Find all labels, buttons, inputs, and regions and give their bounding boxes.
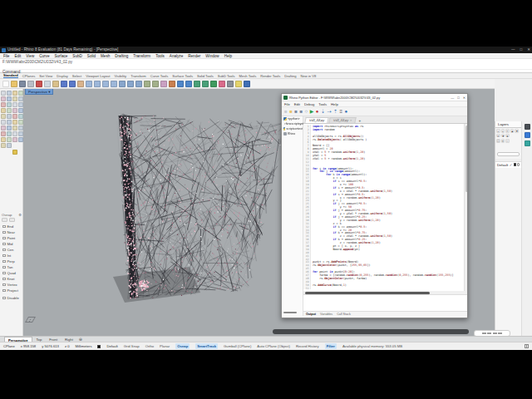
- editor-menu-tools[interactable]: Tools: [318, 102, 327, 106]
- status-toggle-auto-cplane-object[interactable]: Auto CPlane (Object): [257, 344, 290, 348]
- step-out-icon[interactable]: ⇡: [333, 108, 337, 115]
- osnap-checkbox[interactable]: [2, 243, 6, 246]
- status-toggle-smarttrack[interactable]: SmartTrack: [195, 343, 218, 349]
- editor-menu-edit[interactable]: Edit: [294, 102, 300, 106]
- breakpoints-icon[interactable]: ≡: [339, 108, 342, 115]
- copy-icon[interactable]: [44, 81, 51, 87]
- editor-help-icon[interactable]: ●: [344, 108, 347, 115]
- layers-panel-tab[interactable]: Layers: [495, 121, 521, 128]
- editor-menu-debug[interactable]: Debug: [304, 102, 314, 106]
- step-into-icon[interactable]: ⇣: [321, 108, 325, 115]
- tool-icon[interactable]: [7, 126, 12, 131]
- light-icon[interactable]: [235, 81, 242, 87]
- toolbar-tab-visibility[interactable]: Visibility: [114, 74, 126, 78]
- help-globe-icon[interactable]: [244, 81, 250, 87]
- search-icon[interactable]: ○: [305, 108, 308, 115]
- tree-horizontal-scrollbar[interactable]: [283, 312, 297, 314]
- toolbar-tab-transform[interactable]: Transform: [131, 74, 146, 78]
- osnap-checkbox[interactable]: [2, 254, 6, 258]
- new-layer-icon[interactable]: +: [496, 129, 500, 133]
- menu-edit[interactable]: Edit: [14, 54, 21, 58]
- tool-icon[interactable]: [12, 137, 17, 142]
- tool-icon[interactable]: [12, 131, 17, 136]
- osnap-knot[interactable]: Knot: [0, 276, 23, 282]
- menu-mesh[interactable]: Mesh: [101, 54, 110, 58]
- selection-filter-icon[interactable]: [12, 150, 17, 155]
- pan-icon[interactable]: [77, 81, 84, 87]
- osnap-perp[interactable]: Perp: [0, 259, 23, 264]
- join-icon[interactable]: [160, 81, 167, 87]
- polyline-icon[interactable]: [185, 81, 192, 87]
- editor-control[interactable]: □: [457, 96, 459, 100]
- open-script-icon[interactable]: ■: [289, 108, 293, 115]
- editor-tab-v43-02-py[interactable]: V43_02.py: [304, 117, 329, 123]
- toolbar-tab-surface-tools[interactable]: Surface Tools: [172, 74, 193, 78]
- tool-icon[interactable]: [1, 102, 6, 107]
- disable-checkbox[interactable]: [2, 297, 6, 300]
- save-script-icon[interactable]: ■: [294, 108, 298, 115]
- render-icon[interactable]: [210, 81, 217, 87]
- osnap-point[interactable]: Point: [0, 235, 23, 241]
- new-file-icon[interactable]: [2, 81, 9, 87]
- match-layer-icon[interactable]: ≡: [496, 134, 500, 138]
- tool-icon[interactable]: [7, 96, 12, 101]
- tool-icon[interactable]: [7, 137, 12, 142]
- tool-icon[interactable]: [1, 143, 6, 148]
- tool-icon[interactable]: [1, 96, 6, 101]
- tab-close-icon[interactable]: ×: [350, 119, 352, 122]
- editor-control[interactable]: —: [451, 96, 454, 100]
- osnap-filter-button[interactable]: [9, 218, 15, 222]
- status-y[interactable]: y 5076.613: [42, 344, 59, 348]
- status-toggle-osnap[interactable]: Osnap: [175, 343, 190, 349]
- explode-icon[interactable]: [169, 81, 175, 87]
- window-control-[interactable]: —: [511, 47, 515, 53]
- offset-icon[interactable]: [152, 81, 159, 87]
- tree-item-rhino[interactable]: Rhino: [282, 131, 303, 136]
- tool-icon[interactable]: [1, 114, 6, 119]
- new-script-icon[interactable]: ■: [284, 108, 288, 115]
- rotate-icon[interactable]: [127, 81, 134, 87]
- open-folder-icon[interactable]: [11, 81, 17, 87]
- osnap-cen[interactable]: Cen: [0, 247, 23, 253]
- tool-icon[interactable]: [7, 131, 12, 136]
- menu-subd[interactable]: SubD: [72, 54, 82, 58]
- status-x[interactable]: x 958.158: [21, 344, 36, 348]
- surface-icon[interactable]: [194, 81, 200, 87]
- editor-title-bar[interactable]: Rhino Python Editor - F:\WWW\abn2000\CM2…: [282, 94, 467, 101]
- toolbar-tab-standard[interactable]: Standard: [3, 73, 18, 78]
- display-panel-icon[interactable]: [525, 140, 530, 146]
- tool-icon[interactable]: [1, 131, 6, 136]
- toolbar-tab-new-in-v8[interactable]: New in V8: [301, 74, 317, 78]
- circle-icon[interactable]: [177, 81, 184, 87]
- menu-transform[interactable]: Transform: [133, 54, 150, 58]
- menu-analyze[interactable]: Analyze: [170, 54, 183, 58]
- menu-drafting[interactable]: Drafting: [115, 54, 128, 58]
- tool-icon[interactable]: [12, 126, 17, 131]
- mirror-icon[interactable]: [144, 81, 150, 87]
- tool-icon[interactable]: [7, 102, 12, 107]
- output-console[interactable]: [303, 294, 467, 311]
- status-cplane[interactable]: CPlane: [3, 344, 15, 348]
- osnap-near[interactable]: Near: [0, 229, 23, 235]
- delete-layer-icon[interactable]: ×: [505, 129, 510, 133]
- python-editor-window[interactable]: Rhino Python Editor - F:\WWW\abn2000\CM2…: [281, 93, 468, 318]
- viewport-title-tab[interactable]: Perspective ▾: [25, 89, 53, 95]
- tool-icon[interactable]: [7, 120, 12, 125]
- tool-icon[interactable]: [1, 137, 6, 142]
- status-toggle-gumball-cplane[interactable]: Gumball (CPlane): [224, 344, 251, 348]
- tool-icon[interactable]: [12, 120, 17, 125]
- menu-solid[interactable]: Solid: [87, 54, 96, 58]
- toolbar-tab-display[interactable]: Display: [57, 74, 67, 78]
- osnap-end[interactable]: End: [0, 224, 23, 229]
- menu-file[interactable]: File: [3, 54, 9, 58]
- toolbar-tab-solid-tools[interactable]: Solid Tools: [197, 74, 214, 78]
- layer-settings-gear-icon[interactable]: ○: [505, 139, 510, 143]
- status-toggle-record-history[interactable]: Record History: [296, 344, 319, 348]
- toolbar-tab-subd-tools[interactable]: SubD Tools: [218, 74, 235, 78]
- layer-tools-icon[interactable]: ●: [505, 134, 510, 138]
- save-all-icon[interactable]: ■: [299, 108, 303, 115]
- code-vertical-scrollbar[interactable]: [464, 124, 467, 291]
- status-z[interactable]: z 0: [65, 344, 70, 348]
- tool-icon[interactable]: [12, 102, 17, 107]
- menu-surface[interactable]: Surface: [54, 54, 67, 58]
